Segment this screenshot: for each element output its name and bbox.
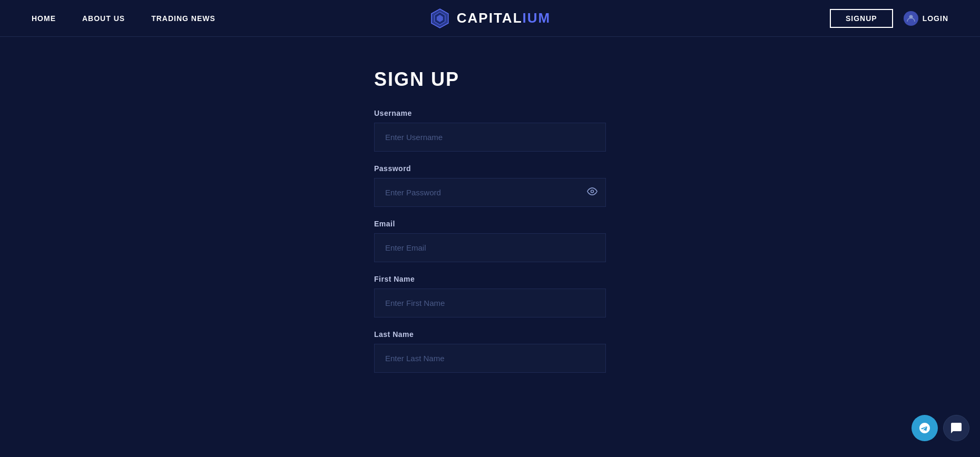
logo-ium: IUM	[523, 10, 551, 26]
form-group-password: Password	[374, 164, 606, 207]
logo-area: CAPITALIUM	[429, 8, 551, 29]
password-toggle-icon[interactable]	[587, 186, 597, 199]
form-fields: UsernamePassword EmailFirst NameLast Nam…	[374, 109, 606, 373]
label-first-name: First Name	[374, 275, 606, 283]
nav-link-trading-news[interactable]: TRADING NEWS	[151, 14, 215, 23]
label-password: Password	[374, 164, 606, 173]
chat-float-button[interactable]	[943, 415, 969, 441]
form-group-email: Email	[374, 220, 606, 262]
login-avatar-icon	[904, 11, 918, 26]
logo-icon	[429, 8, 450, 29]
form-group-last-name: Last Name	[374, 330, 606, 373]
form-title: SIGN UP	[374, 68, 606, 91]
logo-text: CAPITALIUM	[457, 10, 551, 26]
nav-right: SIGNUP LOGIN	[830, 9, 948, 28]
input-password[interactable]	[374, 178, 606, 207]
input-first-name[interactable]	[374, 289, 606, 317]
signup-button[interactable]: SIGNUP	[830, 9, 893, 28]
input-username[interactable]	[374, 123, 606, 152]
label-email: Email	[374, 220, 606, 228]
svg-point-4	[591, 190, 594, 193]
label-username: Username	[374, 109, 606, 117]
nav-link-about[interactable]: ABOUT US	[82, 14, 125, 23]
form-group-username: Username	[374, 109, 606, 152]
nav-link-home[interactable]: HOME	[32, 14, 56, 23]
nav-links-left: HOMEABOUT USTRADING NEWS	[32, 14, 215, 23]
telegram-float-button[interactable]	[912, 415, 938, 441]
input-last-name[interactable]	[374, 344, 606, 373]
navbar: HOMEABOUT USTRADING NEWS CAPITALIUM SIGN…	[0, 0, 980, 37]
signup-form-container: SIGN UP UsernamePassword EmailFirst Name…	[374, 68, 606, 385]
label-last-name: Last Name	[374, 330, 606, 339]
main-content: SIGN UP UsernamePassword EmailFirst Name…	[0, 37, 980, 406]
input-wrapper-password	[374, 178, 606, 207]
login-button[interactable]: LOGIN	[904, 11, 948, 26]
form-group-first-name: First Name	[374, 275, 606, 317]
logo-capital: CAPITAL	[457, 10, 523, 26]
login-label: LOGIN	[923, 14, 948, 23]
input-email[interactable]	[374, 233, 606, 262]
